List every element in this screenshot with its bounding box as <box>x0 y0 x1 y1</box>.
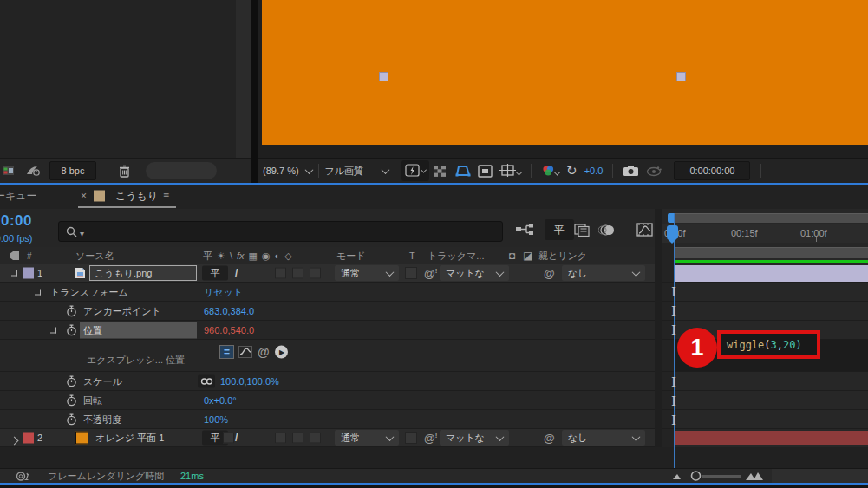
column-splitter[interactable] <box>655 209 662 468</box>
region-of-interest-button[interactable] <box>474 160 496 181</box>
layer2-switch-box[interactable] <box>223 433 234 444</box>
layer1-matte-dropdown[interactable]: マットな <box>440 265 509 281</box>
fx-icon[interactable]: fx <box>237 251 245 261</box>
layer2-matte-pickwhip-icon[interactable]: @! <box>424 432 437 445</box>
interpret-footage-icon[interactable] <box>25 165 41 177</box>
layer2-preserve-box[interactable] <box>405 432 417 444</box>
expression-graph-icon[interactable] <box>238 346 252 358</box>
search-input[interactable]: ▾ <box>58 221 503 242</box>
fast-previews-button[interactable] <box>401 160 429 181</box>
layer2-mode-dropdown[interactable]: 通常 <box>335 430 399 446</box>
project-panel-scrollbar[interactable] <box>236 0 251 158</box>
layer2-solid-swatch[interactable] <box>75 432 88 445</box>
header-number[interactable]: # <box>27 251 32 260</box>
opacity-row[interactable]: 不透明度 100% <box>0 410 655 429</box>
tab-render-queue[interactable]: ーキュー <box>0 189 37 204</box>
layer1-duration-bar[interactable] <box>675 265 868 282</box>
layer2-label-swatch[interactable] <box>23 433 34 444</box>
layer1-name-field[interactable]: こうもり.png <box>89 265 197 281</box>
position-expand-chevron[interactable] <box>50 327 56 333</box>
show-snapshot-icon[interactable] <box>643 160 665 181</box>
anchor-value[interactable]: 683.0,384.0 <box>204 306 254 316</box>
layer1-switch-box[interactable] <box>310 268 321 279</box>
transparency-grid-button[interactable] <box>429 160 450 181</box>
opacity-value[interactable]: 100% <box>204 414 228 425</box>
show-channel-button[interactable] <box>538 160 563 181</box>
layer1-matte-pickwhip-icon[interactable]: @! <box>424 267 437 280</box>
header-mode[interactable]: モード <box>336 249 366 262</box>
exposure-value[interactable]: +0.0 <box>584 166 604 176</box>
expression-pickwhip-icon[interactable]: @ <box>258 345 270 359</box>
rotation-label[interactable]: 回転 <box>83 394 102 407</box>
layer1-switch-box[interactable] <box>292 268 303 279</box>
anchor-stopwatch-icon[interactable] <box>66 305 77 317</box>
comp-canvas[interactable] <box>262 0 868 145</box>
reset-exposure-icon[interactable]: ↻ <box>563 160 581 181</box>
layer2-expand-chevron[interactable] <box>10 437 19 446</box>
layer2-name[interactable]: オレンジ 平面 1 <box>95 432 164 445</box>
tab-comp-title[interactable]: こうもり <box>115 189 158 204</box>
time-ruler[interactable]: 0:00f 00:15f 01:00f <box>662 224 868 243</box>
zoom-in-mountains-icon[interactable] <box>746 472 765 480</box>
layer1-label-swatch[interactable] <box>23 268 34 279</box>
panel-drag-pill[interactable] <box>146 162 217 179</box>
zoom-out-mountain-icon[interactable] <box>673 472 685 479</box>
motion-blur-button[interactable] <box>595 219 619 240</box>
position-stopwatch-icon[interactable] <box>66 324 77 336</box>
transform-expand-chevron[interactable] <box>35 289 41 295</box>
current-time-indicator[interactable] <box>667 225 678 238</box>
anchor-point-row[interactable]: アンカーポイント 683.0,384.0 <box>0 302 655 321</box>
scale-label[interactable]: スケール <box>83 374 122 387</box>
position-value[interactable]: 960.0,540.0 <box>204 325 254 335</box>
layer1-mode-dropdown[interactable]: 通常 <box>335 265 399 281</box>
3d-layer-icon[interactable]: ◇ <box>284 250 291 261</box>
rotation-stopwatch-icon[interactable] <box>66 394 77 407</box>
rotation-row[interactable]: 回転 0x+0.0° <box>0 391 655 410</box>
layer2-switch-box[interactable] <box>292 433 303 444</box>
layer2-quality-switch[interactable]: / <box>235 432 238 444</box>
work-area-bar[interactable] <box>675 213 868 223</box>
layer1-shy-switch[interactable]: 平 <box>202 266 228 281</box>
layer2-switch-box[interactable] <box>275 433 286 444</box>
layer1-parent-dropdown[interactable]: なし <box>562 265 645 281</box>
transform-group-row[interactable]: トランスフォーム リセット <box>0 283 655 302</box>
comp-mini-flowchart-button[interactable] <box>512 219 538 240</box>
frame-blend-button[interactable] <box>571 219 593 240</box>
opacity-label[interactable]: 不透明度 <box>83 413 121 426</box>
timeline-zoom-slider-knob[interactable] <box>690 471 702 482</box>
tab-menu-icon[interactable]: ≡ <box>163 190 169 202</box>
layer2-parent-dropdown[interactable]: なし <box>562 430 645 446</box>
bpc-button[interactable]: 8 bpc <box>49 161 96 180</box>
project-flowchart-icon[interactable] <box>3 166 15 176</box>
expression-label[interactable]: エクスプレッシ... 位置 <box>87 354 185 367</box>
layer2-matte-dropdown[interactable]: マットな <box>440 430 509 446</box>
playhead-line[interactable] <box>674 213 675 468</box>
layer1-preserve-box[interactable] <box>405 267 417 279</box>
layer-handle[interactable] <box>677 73 685 81</box>
header-source-name[interactable]: ソース名 <box>75 249 114 262</box>
layer2-parent-pickwhip-icon[interactable]: @ <box>544 432 555 445</box>
scale-row[interactable]: スケール 100.0,100.0% <box>0 372 655 391</box>
expression-language-menu[interactable]: ▶ <box>275 346 288 359</box>
position-row[interactable]: 位置 960.0,540.0 <box>0 321 655 340</box>
header-parent-link[interactable]: 親とリンク <box>538 249 587 262</box>
rotation-value[interactable]: 0x+0.0° <box>204 395 237 406</box>
motion-blur-icon[interactable]: ◉ <box>262 250 271 261</box>
shy-icon[interactable]: 平 <box>203 249 212 262</box>
layer1-parent-pickwhip-icon[interactable]: @ <box>544 267 555 280</box>
quality-icon[interactable]: \ <box>230 251 232 261</box>
layer-handle[interactable] <box>380 73 388 81</box>
expression-field[interactable]: wiggle(3,20) <box>717 330 820 359</box>
opacity-stopwatch-icon[interactable] <box>66 413 77 426</box>
header-preserve-t[interactable]: T <box>409 251 415 261</box>
header-track-matte[interactable]: トラックマ... <box>427 249 484 262</box>
graph-editor-button[interactable] <box>633 219 656 240</box>
tab-close-icon[interactable]: × <box>81 190 87 202</box>
viewer-timecode-field[interactable]: 0:00:00:00 <box>674 161 750 180</box>
grid-guides-button[interactable] <box>496 160 525 181</box>
layer2-switch-box[interactable] <box>310 433 321 444</box>
layer-row-1[interactable]: 1 こうもり.png 平 / 通常 @! マットな @ なし <box>0 264 655 283</box>
adjustment-layer-icon[interactable]: ◐ <box>275 251 281 261</box>
scale-value[interactable]: 100.0,100.0% <box>220 376 279 387</box>
scale-link-icon[interactable] <box>198 374 215 387</box>
